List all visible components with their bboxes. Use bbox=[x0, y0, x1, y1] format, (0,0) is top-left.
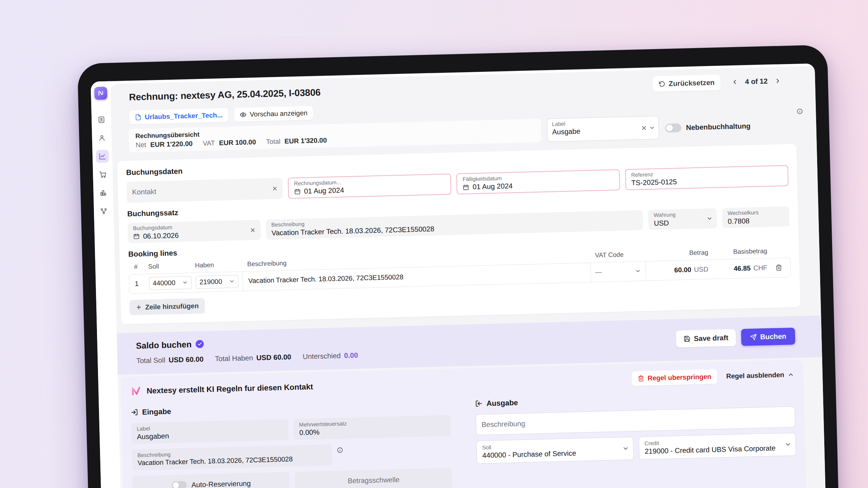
chevron-down-icon bbox=[622, 445, 629, 452]
info-icon[interactable] bbox=[796, 108, 803, 115]
app-logo[interactable] bbox=[94, 87, 107, 100]
clear-icon[interactable] bbox=[250, 227, 256, 233]
subledger-toggle-zone: Nebenbuchhaltung bbox=[665, 113, 784, 139]
info-icon[interactable] bbox=[337, 447, 343, 453]
kontakt-input[interactable]: Kontakt bbox=[126, 178, 283, 203]
rule-vat-field[interactable]: Mehrwertsteuersatz 0.00% bbox=[294, 415, 451, 440]
rule-label-field[interactable]: Label Ausgaben bbox=[131, 419, 289, 444]
chevron-right-icon bbox=[774, 77, 781, 84]
label-select-value: Ausgabe bbox=[552, 127, 580, 136]
wechselkurs-field[interactable]: Wechselkurs 0.7808 bbox=[722, 206, 789, 228]
eye-icon bbox=[239, 111, 246, 118]
unterschied-value: 0.00 bbox=[344, 351, 358, 360]
soll-account-select[interactable]: 440000 bbox=[149, 276, 192, 290]
col-num: # bbox=[134, 263, 144, 271]
page-indicator: 4 of 12 bbox=[745, 77, 768, 86]
save-icon bbox=[684, 336, 690, 342]
reset-label: Zurücksetzen bbox=[669, 78, 715, 87]
sidebar-item-workflow[interactable] bbox=[97, 205, 111, 218]
sidebar-item-reports[interactable] bbox=[97, 186, 110, 200]
skip-rule-button[interactable]: Regel uberspringen bbox=[632, 369, 718, 386]
wechselkurs-label: Wechselkurs bbox=[728, 209, 784, 217]
main-panel: Rechnung: nextesy AG, 25.04.2025, I-0380… bbox=[111, 66, 828, 488]
analytics-icon bbox=[99, 152, 106, 160]
betrag-currency: USD bbox=[694, 265, 708, 273]
add-line-button[interactable]: Zeile hinzufügen bbox=[130, 298, 205, 316]
soll-account-value: 440000 bbox=[153, 279, 175, 287]
referenz-field[interactable]: Referenz TS-2025-0125 bbox=[625, 165, 789, 190]
chevron-down-icon[interactable] bbox=[706, 215, 713, 222]
app-window: Rechnung: nextesy AG, 25.04.2025, I-0380… bbox=[91, 63, 827, 488]
output-soll-select[interactable]: Soll 440000 - Purchase of Service bbox=[476, 437, 634, 464]
faelligkeitsdatum-field[interactable]: Fälligkeitsdatum 01 Aug 2024 bbox=[456, 169, 620, 195]
buchen-button[interactable]: Buchen bbox=[741, 328, 795, 346]
save-draft-label: Save draft bbox=[694, 334, 728, 343]
sidebar-item-cart[interactable] bbox=[96, 168, 110, 181]
sidebar-item-analytics[interactable] bbox=[96, 150, 109, 163]
net-label: Net bbox=[136, 141, 146, 149]
buchen-label: Buchen bbox=[760, 332, 787, 341]
wechselkurs-value: 0.7808 bbox=[728, 217, 750, 226]
chevron-down-icon[interactable] bbox=[649, 124, 655, 130]
rechnungsdatum-value: 01 Aug 2024 bbox=[304, 186, 344, 196]
auto-reservation-toggle[interactable] bbox=[172, 481, 187, 488]
booking-card: Buchungsdaten Kontakt Rechnungsdatum... … bbox=[117, 144, 801, 324]
clear-icon[interactable] bbox=[641, 125, 647, 131]
output-description-placeholder: Beschreibung bbox=[481, 420, 525, 429]
pagination: 4 of 12 bbox=[730, 76, 783, 87]
label-select[interactable]: Label Ausgabe bbox=[547, 116, 659, 142]
sidebar-nav bbox=[95, 113, 111, 218]
attachment-file-chip[interactable]: Urlaubs_Tracker_Tech... bbox=[130, 108, 229, 124]
prev-page-button[interactable] bbox=[730, 77, 740, 87]
nextesy-logo-icon bbox=[130, 385, 142, 397]
output-credit-select[interactable]: Credit 219000 - Credit card UBS Visa Cor… bbox=[638, 433, 796, 460]
line-description-cell[interactable]: Vacation Tracker Tech. 18.03.2026, 72C3E… bbox=[242, 263, 591, 291]
vat-value: EUR 100.00 bbox=[219, 138, 256, 147]
toggle-knob bbox=[173, 482, 179, 488]
buchungsdatum-field[interactable]: Buchungsdatum 06.10.2026 bbox=[127, 220, 261, 243]
hide-rule-button[interactable]: Regel ausblenden bbox=[726, 371, 794, 380]
next-page-button[interactable] bbox=[773, 76, 783, 86]
delete-line-button[interactable] bbox=[771, 264, 786, 271]
faelligkeitsdatum-value: 01 Aug 2024 bbox=[473, 182, 513, 191]
reset-button[interactable]: Zurücksetzen bbox=[653, 75, 721, 92]
betragsschwelle-placeholder: Betragsschwelle bbox=[348, 475, 399, 485]
trash-icon bbox=[775, 264, 782, 271]
logo-glyph-icon bbox=[97, 89, 105, 97]
cart-icon bbox=[99, 171, 107, 179]
document-icon bbox=[135, 114, 141, 120]
waehrung-label: Wahrung bbox=[654, 211, 711, 219]
beschreibung-field[interactable]: Beschreibung Vacation Tracker Tech. 18.0… bbox=[266, 210, 643, 240]
preview-button[interactable]: Vorschau anzeigen bbox=[234, 106, 313, 122]
calendar-icon bbox=[294, 188, 301, 195]
vat-code-select[interactable]: — bbox=[595, 262, 646, 282]
col-basisbetrag: Basisbetrag bbox=[712, 247, 767, 256]
output-description-input[interactable]: Beschreibung bbox=[476, 406, 795, 435]
chevron-down-icon bbox=[785, 441, 791, 448]
skip-rule-label: Regel uberspringen bbox=[648, 373, 711, 382]
referenz-value: TS-2025-0125 bbox=[631, 178, 677, 187]
col-betrag: Betrag bbox=[650, 249, 708, 258]
sidebar-item-user[interactable] bbox=[95, 131, 108, 145]
ausgabe-column: Ausgabe Beschreibung Soll 440000 - Purch… bbox=[475, 391, 797, 488]
haben-account-select[interactable]: 219000 bbox=[196, 275, 239, 289]
ausgabe-title: Ausgabe bbox=[486, 398, 518, 408]
ki-rules-section: Nextesy erstellt KI Regeln fur diesen Ko… bbox=[120, 360, 807, 488]
saldo-title: Saldo buchen bbox=[136, 340, 192, 351]
tablet-device-frame: Rechnung: nextesy AG, 25.04.2025, I-0380… bbox=[77, 45, 841, 488]
basisbetrag-value: 46.85 bbox=[733, 264, 751, 272]
betrag-value: 60.00 bbox=[674, 266, 691, 274]
save-draft-button[interactable]: Save draft bbox=[676, 329, 736, 347]
rechnungsdatum-field[interactable]: Rechnungsdatum... 01 Aug 2024 bbox=[288, 174, 452, 199]
betragsschwelle-input[interactable]: Betragsschwelle bbox=[295, 468, 452, 488]
user-icon bbox=[98, 134, 106, 142]
chevron-down-icon bbox=[182, 280, 188, 285]
chevron-down-icon bbox=[229, 279, 235, 284]
clear-icon[interactable] bbox=[272, 185, 278, 191]
basisbetrag-currency: CHF bbox=[753, 264, 768, 272]
nebenbuchhaltung-toggle[interactable] bbox=[665, 123, 682, 132]
sidebar-item-contacts[interactable] bbox=[95, 113, 108, 126]
rule-description-field[interactable]: Beschreibung Vacation Tracker Tech. 18.0… bbox=[132, 444, 332, 470]
waehrung-select[interactable]: Wahrung USD bbox=[648, 208, 717, 230]
nebenbuchhaltung-label: Nebenbuchhaltung bbox=[686, 122, 751, 131]
